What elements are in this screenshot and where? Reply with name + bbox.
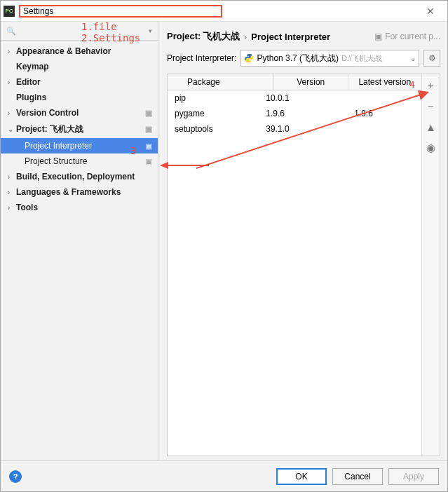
- settings-window: PC Settings ✕ ▾ ›Appearance & Behavior K…: [0, 0, 448, 492]
- table-row[interactable]: pygame 1.9.6 1.9.6: [168, 106, 421, 121]
- packages-table: Package Version Latest version pip 10.0.…: [167, 74, 440, 456]
- upgrade-package-button[interactable]: ▲: [425, 121, 437, 133]
- close-icon[interactable]: ✕: [416, 1, 444, 21]
- interpreter-label: Project Interpreter:: [167, 53, 236, 63]
- table-row[interactable]: pip 10.0.1: [168, 90, 421, 106]
- package-tools: + − ▲ ◉: [421, 74, 440, 456]
- tree-project-interpreter[interactable]: Project Interpreter▣: [1, 138, 158, 153]
- scope-badge-icon: ▣: [374, 32, 382, 41]
- titlebar: PC Settings ✕: [1, 1, 447, 22]
- cancel-button[interactable]: Cancel: [332, 468, 383, 485]
- show-early-button[interactable]: ◉: [425, 142, 437, 154]
- sidebar: ▾ ›Appearance & Behavior Keymap ›Editor …: [1, 22, 158, 460]
- up-triangle-icon: ▲: [426, 121, 436, 133]
- tree-editor[interactable]: ›Editor: [1, 74, 158, 90]
- tree-project[interactable]: ⌄Project: 飞机大战▣: [1, 121, 158, 138]
- gear-icon: ⚙: [428, 53, 436, 63]
- settings-tree: ›Appearance & Behavior Keymap ›Editor Pl…: [1, 41, 158, 460]
- tree-vcs[interactable]: ›Version Control▣: [1, 105, 158, 121]
- interpreter-row: Project Interpreter: Python 3.7 (飞机大战) D…: [167, 50, 440, 74]
- breadcrumb-sep-icon: ›: [244, 32, 247, 42]
- search-icon: [6, 26, 19, 36]
- breadcrumb-project[interactable]: Project: 飞机大战: [167, 30, 240, 43]
- app-icon: PC: [4, 6, 15, 17]
- scope-badge-icon: ▣: [145, 142, 152, 151]
- scope-badge-icon: ▣: [145, 109, 152, 118]
- breadcrumb: Project: 飞机大战 › Project Interpreter ▣For…: [167, 27, 440, 50]
- add-package-button[interactable]: +: [425, 78, 437, 91]
- apply-button[interactable]: Apply: [388, 468, 439, 485]
- footer: ? OK Cancel Apply: [1, 460, 447, 491]
- tree-keymap[interactable]: Keymap: [1, 59, 158, 74]
- window-title: Settings: [19, 5, 222, 18]
- tree-lang[interactable]: ›Languages & Frameworks: [1, 184, 158, 200]
- tree-appearance[interactable]: ›Appearance & Behavior: [1, 43, 158, 59]
- scope-badge-icon: ▣: [145, 157, 152, 166]
- gear-button[interactable]: ⚙: [423, 50, 440, 67]
- help-button[interactable]: ?: [9, 470, 22, 483]
- chevron-down-icon: ⌄: [410, 55, 416, 62]
- col-package[interactable]: Package: [168, 74, 274, 90]
- table-body: pip 10.0.1 pygame 1.9.6 1.9.6 setuptools…: [168, 90, 421, 456]
- table-row[interactable]: setuptools 39.1.0: [168, 121, 421, 137]
- interpreter-select[interactable]: Python 3.7 (飞机大战) D:\飞机大战 ⌄: [240, 50, 419, 67]
- scope-badge-icon: ▣: [145, 125, 152, 134]
- ok-button[interactable]: OK: [276, 468, 327, 485]
- tree-plugins[interactable]: Plugins: [1, 90, 158, 105]
- plus-icon: +: [428, 79, 434, 91]
- eye-icon: ◉: [426, 142, 435, 154]
- col-latest[interactable]: Latest version: [348, 74, 421, 90]
- search-row: ▾: [1, 22, 158, 41]
- remove-package-button[interactable]: −: [425, 100, 437, 112]
- table-header: Package Version Latest version: [168, 74, 421, 90]
- tree-build[interactable]: ›Build, Execution, Deployment: [1, 169, 158, 184]
- minus-icon: −: [428, 100, 434, 112]
- search-input[interactable]: [19, 26, 149, 36]
- tree-project-structure[interactable]: Project Structure▣: [1, 153, 158, 169]
- body: ▾ ›Appearance & Behavior Keymap ›Editor …: [1, 22, 447, 460]
- interpreter-value: Python 3.7 (飞机大战): [257, 53, 339, 64]
- breadcrumb-page: Project Interpreter: [251, 32, 330, 42]
- scope-indicator: ▣For current p...: [374, 32, 440, 41]
- tree-tools[interactable]: ›Tools: [1, 200, 158, 215]
- table-area: Package Version Latest version pip 10.0.…: [168, 74, 421, 456]
- help-icon: ?: [13, 472, 18, 481]
- python-icon: [244, 53, 254, 63]
- col-version[interactable]: Version: [274, 74, 348, 90]
- main-panel: Project: 飞机大战 › Project Interpreter ▣For…: [158, 22, 447, 460]
- interpreter-path: D:\飞机大战: [341, 53, 382, 64]
- search-dropdown-icon[interactable]: ▾: [149, 27, 152, 34]
